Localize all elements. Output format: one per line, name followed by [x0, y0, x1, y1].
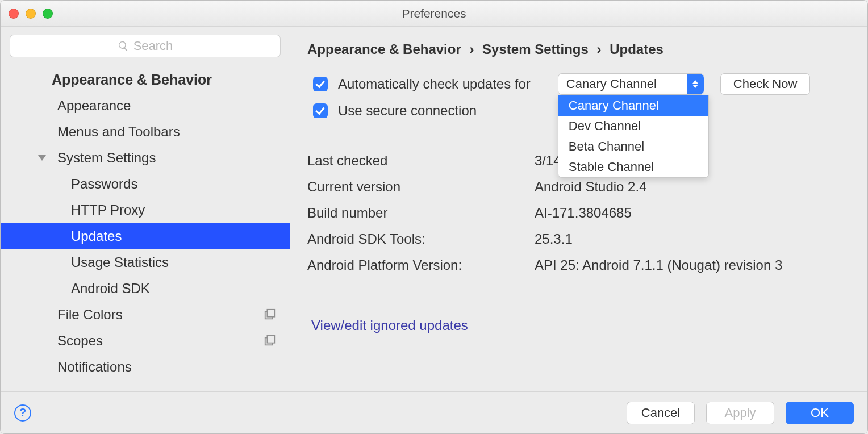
sidebar-item-file-colors[interactable]: File Colors — [1, 302, 290, 328]
sidebar-item-android-sdk[interactable]: Android SDK — [1, 276, 290, 302]
content-area: Appearance & Behavior › System Settings … — [290, 27, 867, 391]
titlebar: Preferences — [1, 1, 867, 27]
sidebar-item-notifications[interactable]: Notifications — [1, 354, 290, 380]
sidebar-item-label: HTTP Proxy — [71, 202, 145, 218]
sidebar-item-scopes[interactable]: Scopes — [1, 328, 290, 354]
svg-rect-1 — [267, 310, 274, 317]
check-now-button[interactable]: Check Now — [720, 73, 810, 95]
info-row: Current versionAndroid Studio 2.4 — [307, 179, 850, 195]
check-now-wrap: Check Now — [720, 73, 810, 95]
search-input[interactable]: Search — [10, 35, 281, 57]
sidebar-item-label: Usage Statistics — [71, 254, 169, 270]
sidebar-item-menus-and-toolbars[interactable]: Menus and Toolbars — [1, 119, 290, 145]
updown-arrows-icon — [687, 74, 704, 94]
sidebar-item-http-proxy[interactable]: HTTP Proxy — [1, 197, 290, 223]
help-button[interactable]: ? — [14, 404, 31, 422]
sidebar-item-label: System Settings — [57, 150, 156, 166]
info-value: API 25: Android 7.1.1 (Nougat) revision … — [535, 257, 782, 273]
info-key: Android Platform Version: — [307, 257, 535, 273]
info-key: Current version — [307, 179, 535, 195]
breadcrumb-part: System Settings — [482, 41, 589, 57]
apply-button[interactable]: Apply — [706, 402, 774, 424]
sidebar-item-system-settings[interactable]: System Settings — [1, 145, 290, 171]
ignored-updates-link[interactable]: View/edit ignored updates — [311, 318, 468, 333]
ok-button[interactable]: OK — [786, 402, 854, 424]
sidebar-item-appearance[interactable]: Appearance — [1, 93, 290, 119]
sidebar: Search Appearance & BehaviorAppearanceMe… — [1, 27, 290, 391]
secure-connection-checkbox[interactable] — [313, 103, 328, 118]
auto-check-checkbox[interactable] — [313, 77, 328, 91]
info-row: Build numberAI-171.3804685 — [307, 205, 850, 221]
sidebar-item-label: File Colors — [57, 307, 123, 323]
check-now-label: Check Now — [733, 77, 797, 91]
channel-select[interactable]: Canary Channel — [558, 73, 704, 95]
channel-select-wrap: Canary Channel Canary ChannelDev Channel… — [558, 73, 704, 95]
auto-check-row: Automatically check updates for Canary C… — [313, 73, 850, 95]
secure-connection-label: Use secure connection — [338, 103, 477, 119]
sidebar-item-appearance-behavior[interactable]: Appearance & Behavior — [1, 66, 290, 93]
preferences-window: Preferences Search Appearance & Behavior… — [0, 0, 868, 434]
info-key: Android SDK Tools: — [307, 231, 535, 247]
sidebar-item-label: Passwords — [71, 176, 137, 192]
info-value: Android Studio 2.4 — [535, 179, 646, 195]
breadcrumb-part: Appearance & Behavior — [307, 41, 461, 57]
window-title: Preferences — [1, 7, 867, 20]
chevron-down-icon — [38, 155, 46, 161]
info-row: Android SDK Tools:25.3.1 — [307, 231, 850, 247]
cancel-button[interactable]: Cancel — [627, 402, 695, 424]
channel-selected-value: Canary Channel — [566, 77, 657, 91]
channel-dropdown: Canary ChannelDev ChannelBeta ChannelSta… — [558, 95, 709, 178]
search-wrap: Search — [1, 27, 290, 63]
project-scope-icon — [264, 308, 276, 321]
sidebar-item-label: Updates — [71, 228, 122, 244]
info-value: 25.3.1 — [535, 231, 573, 247]
footer: ? Cancel Apply OK — [1, 391, 867, 433]
channel-option-stable-channel[interactable]: Stable Channel — [558, 157, 708, 177]
sidebar-item-label: Notifications — [57, 359, 132, 375]
info-key: Last checked — [307, 153, 535, 169]
info-key: Build number — [307, 205, 535, 221]
sidebar-item-updates[interactable]: Updates — [1, 223, 290, 249]
breadcrumb: Appearance & Behavior › System Settings … — [307, 41, 850, 57]
info-row: Android Platform Version:API 25: Android… — [307, 257, 850, 273]
ignored-updates-link-label: View/edit ignored updates — [311, 318, 468, 333]
sidebar-item-label: Android SDK — [71, 281, 150, 297]
svg-rect-3 — [267, 336, 274, 343]
sidebar-item-passwords[interactable]: Passwords — [1, 171, 290, 197]
window-body: Search Appearance & BehaviorAppearanceMe… — [1, 27, 867, 391]
breadcrumb-part: Updates — [610, 41, 663, 57]
sidebar-item-label: Menus and Toolbars — [57, 124, 180, 140]
sidebar-item-label: Appearance — [57, 98, 131, 114]
project-scope-icon — [264, 335, 276, 347]
ok-label: OK — [811, 406, 829, 420]
cancel-label: Cancel — [641, 406, 680, 420]
sidebar-item-label: Appearance & Behavior — [52, 72, 212, 88]
search-placeholder: Search — [133, 39, 173, 53]
search-icon — [118, 40, 129, 52]
breadcrumb-sep: › — [597, 41, 602, 57]
channel-option-beta-channel[interactable]: Beta Channel — [558, 136, 708, 157]
sidebar-item-usage-statistics[interactable]: Usage Statistics — [1, 249, 290, 276]
settings-tree: Appearance & BehaviorAppearanceMenus and… — [1, 63, 290, 391]
breadcrumb-sep: › — [469, 41, 474, 57]
auto-check-label: Automatically check updates for — [338, 76, 531, 92]
apply-label: Apply — [724, 406, 756, 420]
help-icon: ? — [19, 406, 26, 419]
channel-option-dev-channel[interactable]: Dev Channel — [558, 116, 708, 136]
channel-option-canary-channel[interactable]: Canary Channel — [558, 95, 708, 116]
info-value: AI-171.3804685 — [535, 205, 632, 221]
sidebar-item-label: Scopes — [57, 333, 103, 349]
